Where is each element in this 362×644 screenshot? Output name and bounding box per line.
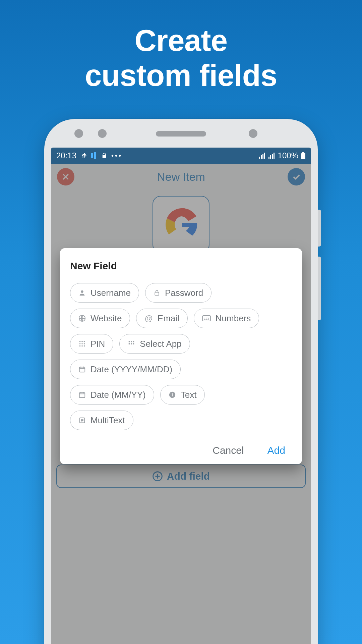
field-type-row: Website @ Email 123 Numbers	[70, 309, 292, 328]
dialog-cancel-button[interactable]: Cancel	[213, 445, 244, 456]
phone-camera-dot	[98, 129, 107, 138]
phone-side-button	[318, 210, 321, 247]
field-type-row: Date (MM/YY) Text	[70, 385, 292, 405]
field-type-row: PIN Select App	[70, 334, 292, 354]
phone-side-button	[318, 257, 321, 320]
chip-label: Date (YYYY/MM/DD)	[90, 364, 172, 375]
chip-label: MultiText	[90, 415, 125, 426]
svg-rect-30	[129, 343, 130, 344]
svg-point-37	[172, 393, 173, 394]
field-type-numbers[interactable]: 123 Numbers	[194, 309, 259, 328]
promo-headline: Create custom fields	[0, 23, 362, 93]
signal-icon	[259, 153, 266, 159]
phone-camera-dot	[74, 129, 83, 138]
field-type-select-app[interactable]: Select App	[119, 334, 190, 354]
svg-point-18	[79, 341, 81, 342]
chip-label: Username	[90, 288, 131, 298]
chip-label: Website	[90, 313, 122, 324]
svg-rect-9	[274, 153, 275, 159]
info-icon	[169, 391, 176, 398]
field-type-username[interactable]: Username	[70, 283, 139, 303]
svg-point-21	[79, 343, 81, 344]
numbers-icon: 123	[202, 315, 211, 321]
svg-rect-36	[172, 394, 173, 396]
svg-rect-10	[302, 152, 304, 153]
svg-point-24	[79, 345, 81, 347]
field-type-row: MultiText	[70, 411, 292, 430]
phone-camera-dot	[249, 129, 257, 138]
globe-icon	[78, 315, 86, 322]
more-dots-icon: •••	[111, 152, 122, 160]
chip-label: Email	[158, 313, 179, 324]
field-type-email[interactable]: @ Email	[136, 309, 187, 328]
dialog-add-button[interactable]: Add	[267, 445, 285, 456]
phone-speaker	[156, 131, 206, 137]
field-type-date-full[interactable]: Date (YYYY/MM/DD)	[70, 360, 181, 379]
svg-rect-32	[133, 343, 134, 344]
svg-point-20	[84, 341, 85, 342]
app-indicator-icon	[91, 152, 97, 159]
at-icon: @	[144, 314, 153, 322]
svg-point-23	[84, 343, 85, 344]
lock-icon	[154, 289, 160, 297]
field-type-pin[interactable]: PIN	[70, 334, 113, 354]
field-type-row: Date (YYYY/MM/DD)	[70, 360, 292, 379]
fingerprint-icon	[80, 152, 87, 159]
apps-grid-icon	[128, 340, 135, 347]
battery-icon	[301, 152, 306, 159]
status-time: 20:13	[56, 151, 76, 160]
chip-label: Select App	[140, 339, 181, 349]
svg-rect-34	[79, 393, 85, 398]
status-bar: 20:13 ••• 100%	[51, 148, 311, 164]
chip-label: Password	[165, 288, 203, 298]
battery-percent: 100%	[278, 151, 298, 160]
svg-rect-4	[262, 154, 263, 159]
field-type-text[interactable]: Text	[160, 385, 205, 405]
note-icon	[78, 417, 86, 424]
dialog-actions: Cancel Add	[70, 445, 292, 456]
chip-label: PIN	[90, 339, 105, 349]
signal-icon	[268, 153, 275, 159]
svg-text:123: 123	[204, 317, 209, 320]
svg-point-25	[81, 345, 83, 347]
svg-rect-11	[301, 153, 305, 159]
svg-rect-7	[270, 155, 271, 159]
svg-rect-28	[131, 341, 132, 342]
svg-rect-14	[155, 292, 159, 295]
new-field-dialog: New Field Username Password	[60, 248, 302, 464]
svg-rect-27	[129, 341, 130, 342]
calendar-icon	[78, 366, 86, 373]
phone-screen: 20:13 ••• 100%	[51, 148, 311, 644]
keypad-icon	[78, 340, 86, 347]
calendar-icon	[78, 391, 86, 398]
svg-rect-0	[91, 153, 93, 158]
field-type-multitext[interactable]: MultiText	[70, 411, 133, 430]
person-icon	[78, 289, 86, 297]
headline-line-2: custom fields	[0, 58, 362, 93]
svg-rect-29	[133, 341, 134, 342]
svg-rect-8	[272, 154, 273, 159]
chip-label: Text	[181, 390, 197, 400]
svg-rect-6	[268, 157, 269, 159]
svg-rect-31	[131, 343, 132, 344]
field-type-website[interactable]: Website	[70, 309, 130, 328]
headline-line-1: Create	[0, 23, 362, 58]
svg-point-19	[81, 341, 83, 342]
lock-icon	[101, 152, 107, 159]
svg-point-26	[84, 345, 85, 347]
svg-rect-1	[94, 152, 96, 159]
svg-rect-33	[79, 367, 85, 372]
chip-label: Numbers	[216, 313, 251, 324]
phone-frame: 20:13 ••• 100%	[44, 119, 318, 644]
svg-point-13	[81, 290, 83, 293]
dialog-title: New Field	[70, 260, 292, 272]
chip-label: Date (MM/YY)	[90, 390, 146, 400]
svg-rect-5	[264, 153, 265, 159]
field-type-row: Username Password	[70, 283, 292, 303]
field-type-date-short[interactable]: Date (MM/YY)	[70, 385, 154, 405]
field-type-password[interactable]: Password	[145, 283, 212, 303]
status-left: 20:13 •••	[56, 151, 122, 160]
svg-rect-2	[259, 157, 260, 159]
svg-rect-3	[261, 155, 262, 159]
phone-top-bezel	[44, 119, 318, 148]
